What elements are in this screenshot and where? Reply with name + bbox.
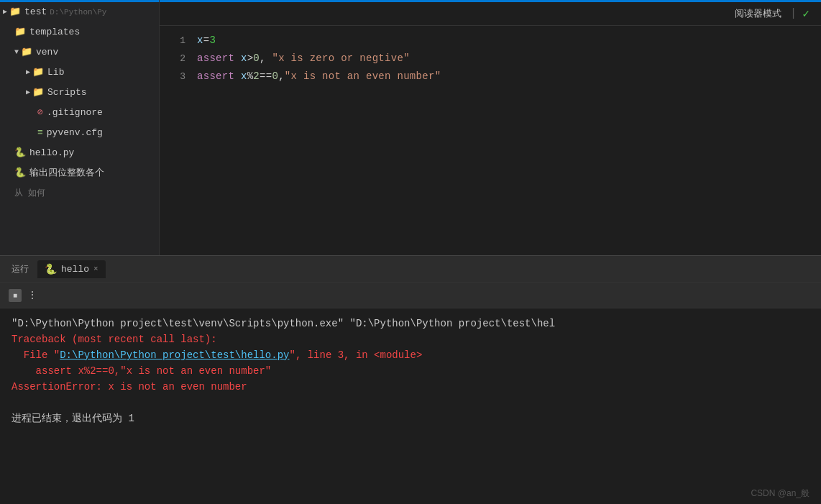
sidebar-item-label: 从 如何 [14,185,45,201]
code-area[interactable]: 1 x=3 2 assert x>0, "x is zero or negtiv… [160,26,821,255]
check-icon: ✓ [802,6,809,21]
sidebar-item-label: venv [36,45,58,60]
code-token: x [234,70,247,82]
folder-icon: 📁 [32,85,44,101]
line-content: x=3 [197,32,216,49]
cfg-icon: ≡ [37,125,43,141]
reader-mode-button[interactable]: 阅读器模式 [735,7,781,20]
sidebar-item-pyvenv[interactable]: ≡ pyvenv.cfg [0,123,159,143]
folder-icon: 📁 [9,4,21,20]
sidebar-item-label: templates [29,24,80,40]
terminal-line-6: 进程已结束，退出代码为 1 [12,411,809,426]
more-options-button[interactable]: ⋮ [27,289,37,301]
sidebar-item-scripts[interactable]: ▶ 📁 Scripts [0,83,159,103]
code-token: assert [197,70,234,82]
main-area: ▶ 📁 test D:\Python\Py 📁 templates ▼ 📁 ve… [0,0,821,255]
sidebar-item-label: pyvenv.cfg [47,125,103,141]
chevron-icon: ▶ [26,65,30,81]
line-content: assert x>0, "x is zero or negtive" [197,50,410,67]
stop-button[interactable]: ■ [9,289,22,302]
terminal-line-5 [12,395,809,411]
line-number: 2 [160,50,197,68]
line-number: 3 [160,68,197,86]
sidebar-item-label: test [24,4,47,20]
sidebar-item-output[interactable]: 🐍 输出四位整数各个 [0,163,159,183]
code-token: assert [197,52,234,64]
sidebar-item-label: .gitignore [47,105,103,121]
sidebar-item-label: hello.py [29,145,74,161]
code-line-2: 2 assert x>0, "x is zero or negtive" [160,50,821,68]
sidebar-item-hello[interactable]: 🐍 hello.py [0,143,159,163]
sidebar-item-extra[interactable]: 从 如何 [0,183,159,203]
code-line-1: 1 x=3 [160,32,821,50]
sidebar-item-label: 输出四位整数各个 [29,165,104,181]
python-icon: 🐍 [45,263,57,275]
tab-close-button[interactable]: × [93,265,98,273]
run-label: 运行 [6,263,35,275]
editor-area: 阅读器模式 | ✓ 1 x=3 2 assert x>0, "x is zero… [160,0,821,255]
chevron-icon: ▶ [26,85,30,101]
sidebar-item-venv[interactable]: ▼ 📁 venv [0,42,159,63]
code-token: "x is not an even number" [285,70,441,82]
code-token: , [260,52,272,64]
sidebar-item-templates[interactable]: 📁 templates [0,22,159,42]
code-token: , [278,70,285,82]
bottom-area: 运行 🐍 hello × ■ ⋮ "D:\Python\Python proje… [0,255,821,504]
tab-label: hello [61,264,89,275]
hello-tab[interactable]: 🐍 hello × [37,260,106,278]
sidebar-item-label: Scripts [47,85,87,101]
terminal-line-4: AssertionError: x is not an even number [12,379,809,395]
terminal-toolbar: ■ ⋮ [0,283,821,308]
code-token: 0 [272,70,278,82]
sidebar-item-gitignore[interactable]: ⊘ .gitignore [0,103,159,123]
sidebar-item-label: Lib [47,65,64,81]
sidebar-item-lib[interactable]: ▶ 📁 Lib [0,63,159,83]
code-token: == [260,70,272,82]
code-token: x [197,35,203,46]
terminal-output: "D:\Python\Python project\test\venv\Scri… [0,308,821,483]
folder-icon: 📁 [14,24,26,40]
terminal-line-2: File "D:\Python\Python project\test\hell… [12,347,809,363]
sidebar-item-test[interactable]: ▶ 📁 test D:\Python\Py [0,2,159,22]
code-token: 2 [253,70,260,82]
code-token: 3 [209,35,216,46]
terminal-line-3: assert x%2==0,"x is not an even number" [12,363,809,379]
chevron-icon: ▼ [14,45,19,60]
folder-icon: 📁 [32,65,44,81]
terminal-line-0: "D:\Python\Python project\test\venv\Scri… [12,316,809,331]
line-number: 1 [160,32,197,50]
editor-toolbar: 阅读器模式 | ✓ [160,2,821,26]
csdn-watermark: CSDN @an_般 [751,487,809,500]
sidebar: ▶ 📁 test D:\Python\Py 📁 templates ▼ 📁 ve… [0,0,160,255]
divider: | [790,7,797,20]
file-link[interactable]: D:\Python\Python project\test\hello.py [60,349,289,361]
sidebar-path: D:\Python\Py [50,4,106,20]
code-token: "x is zero or negtive" [272,52,409,64]
python-icon: 🐍 [14,165,26,181]
python-icon: 🐍 [14,145,26,161]
terminal-footer: CSDN @an_般 [0,483,821,504]
code-token: x [234,52,247,64]
tab-bar: 运行 🐍 hello × [0,255,821,283]
code-line-3: 3 assert x%2==0,"x is not an even number… [160,68,821,86]
code-token: 0 [253,52,260,64]
chevron-icon: ▶ [3,4,7,20]
line-content: assert x%2==0,"x is not an even number" [197,68,441,85]
folder-icon: 📁 [21,45,32,60]
terminal-line-1: Traceback (most recent call last): [12,331,809,347]
gitignore-icon: ⊘ [37,105,43,121]
